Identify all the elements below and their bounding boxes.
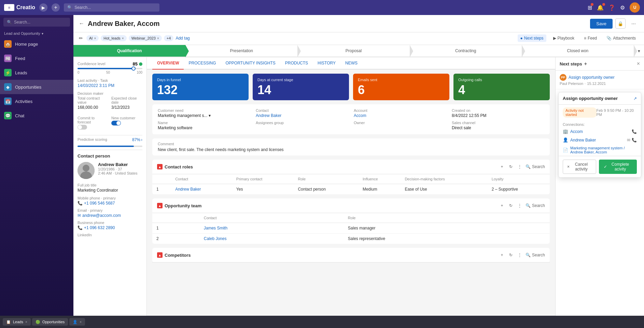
comment-text: New client, first sale. The client needs… <box>158 147 544 152</box>
search-opp-team[interactable]: 🔍 Search <box>526 203 545 208</box>
add-next-step-button[interactable]: + <box>584 61 587 66</box>
taskbar-item-opportunities[interactable]: 🟢 Opportunities <box>32 318 68 326</box>
remove-tag-hot-leads[interactable]: × <box>122 36 124 40</box>
global-search[interactable]: 🔍 Search... <box>64 3 159 12</box>
assign-popup: Assign opportunity owner ↗ Activity not … <box>558 92 641 178</box>
phone-andrew-button[interactable]: 📞 <box>632 138 637 143</box>
search-competitors[interactable]: 🔍 Search <box>526 253 545 257</box>
search-contact-roles[interactable]: 🔍 Search <box>526 164 545 169</box>
close-leads-taskbar[interactable]: × <box>25 320 27 324</box>
sidebar-item-chat[interactable]: 💬 Chat <box>0 108 73 123</box>
more-contact-roles-button[interactable]: ⋮ <box>516 163 523 170</box>
tab-products[interactable]: PRODUCTS <box>280 57 313 70</box>
more-competitors-button[interactable]: ⋮ <box>516 251 523 259</box>
complete-activity-button[interactable]: ✓ Complete acivity <box>599 160 637 174</box>
dropdown-icon: ▾ <box>209 113 211 118</box>
created-on-field: Created on 8/4/2022 12:55 PM <box>452 108 544 118</box>
close-next-steps-button[interactable]: × <box>637 61 640 67</box>
user-avatar[interactable]: U <box>630 2 640 13</box>
add-competitor-button[interactable]: + <box>498 251 506 259</box>
add-opp-team-button[interactable]: + <box>498 202 506 209</box>
contact-avatar <box>78 162 95 179</box>
business-phone[interactable]: 📞 +1 096 632 2890 <box>78 225 142 230</box>
tab-news[interactable]: NEWS <box>340 57 362 70</box>
remove-tag-ai[interactable]: × <box>94 36 96 40</box>
sidebar-item-opportunities[interactable]: ◆ Opportunities <box>0 80 73 94</box>
back-button[interactable]: ← <box>79 20 84 27</box>
tab-insights[interactable]: OPPORTUNITY INSIGHTS <box>221 57 280 70</box>
add-contact-role-button[interactable]: + <box>498 163 506 170</box>
close-user-taskbar[interactable]: × <box>80 320 82 324</box>
predictive-value[interactable]: 87% › <box>132 137 142 142</box>
attachments-button[interactable]: 📎 Attachments <box>604 34 639 42</box>
main-panels: Confidence level 85 0 50 100 Last activi… <box>73 57 644 316</box>
page-title: Andrew Baker, Accom <box>88 20 159 28</box>
refresh-competitors-button[interactable]: ↻ <box>507 251 515 259</box>
next-step-item[interactable]: PP Assign opportunity owner Paul Peterso… <box>556 71 644 89</box>
feed-icon: ≡ <box>584 36 586 41</box>
stage-presentation[interactable]: Presentation <box>185 45 297 57</box>
play-button[interactable]: ▶ <box>39 3 47 12</box>
contact-role-contact[interactable]: Andrew Baker <box>171 184 232 195</box>
team-member-1[interactable]: James Smith <box>200 223 344 234</box>
grid-icon[interactable]: ⊞ <box>588 4 592 11</box>
team-member-2[interactable]: Caleb Jones <box>200 234 344 244</box>
bell-icon[interactable]: 🔔 <box>597 4 604 11</box>
confidence-slider[interactable] <box>78 68 142 69</box>
stage-proposal[interactable]: Proposal <box>297 45 409 57</box>
owner-field: Owner <box>354 121 446 130</box>
contact-value[interactable]: Andrew Baker <box>256 113 348 118</box>
add-button[interactable]: + <box>52 3 60 12</box>
sidebar-section-label[interactable]: Lead and Opportunity ▾ <box>0 29 73 37</box>
tab-processing[interactable]: PROCESSING <box>184 57 221 70</box>
sidebar-item-activities[interactable]: 📅 Activities <box>0 94 73 108</box>
leads-icon: ⚡ <box>4 69 12 76</box>
stage-contracting[interactable]: Contracting <box>410 45 522 57</box>
more-options-button[interactable]: ⋯ <box>628 18 639 29</box>
tag-more[interactable]: +4 <box>164 35 174 41</box>
contact-roles-section: ▲ Contact roles + ↻ ⋮ 🔍 Search <box>152 160 550 194</box>
customer-need-value[interactable]: Marketing management s... ▾ <box>158 113 250 118</box>
mobile-phone[interactable]: 📞 +1 096 546 5687 <box>78 201 142 206</box>
edit-icon[interactable]: ✏ <box>79 35 83 41</box>
account-value[interactable]: Accom <box>354 113 446 118</box>
sidebar-item-leads[interactable]: ⚡ Leads <box>0 65 73 80</box>
feed-button[interactable]: ≡ Feed <box>581 34 600 42</box>
cancel-activity-button[interactable]: × Cancel activity <box>563 160 596 174</box>
email-link[interactable]: ✉ andrew@accom.com <box>78 213 142 218</box>
sidebar-item-feed[interactable]: 📰 Feed <box>0 51 73 65</box>
app-logo[interactable]: ≡ Creatio <box>4 4 35 11</box>
stage-qualification[interactable]: Qualification <box>73 45 185 57</box>
new-customer-toggle-btn[interactable] <box>111 121 121 125</box>
competitors-actions: + ↻ ⋮ <box>498 251 523 259</box>
lock-button[interactable]: 🔒 <box>615 18 626 29</box>
playbook-button[interactable]: ▶ Playbook <box>550 34 577 42</box>
commit-toggle[interactable] <box>78 125 87 130</box>
settings-icon[interactable]: ⚙ <box>620 4 625 11</box>
help-icon[interactable]: ❓ <box>608 4 615 11</box>
phone-accom-button[interactable]: 📞 <box>632 129 637 134</box>
tab-overview[interactable]: OVERVIEW <box>152 57 184 70</box>
assign-popup-footer: × Cancel activity ✓ Complete acivity <box>559 156 641 177</box>
sidebar-search[interactable]: 🔍 Search... <box>3 18 70 27</box>
taskbar-item-leads[interactable]: 📋 Leads × <box>3 318 31 326</box>
next-steps-button[interactable]: ● Next steps <box>518 34 546 42</box>
taskbar-item-user[interactable]: 👤 × <box>69 318 85 326</box>
last-activity-value[interactable]: 14/03/2022 3:11 PM <box>78 83 142 88</box>
refresh-opp-team-button[interactable]: ↻ <box>507 202 515 209</box>
more-opp-team-button[interactable]: ⋮ <box>516 202 523 209</box>
user-name: Paul Peterson <box>560 81 583 86</box>
email-andrew-button[interactable]: ✉ <box>627 138 630 143</box>
open-external-button[interactable]: ↗ <box>633 96 637 101</box>
assignees-field: Assignees group <box>256 121 348 130</box>
refresh-contact-roles-button[interactable]: ↻ <box>507 163 515 170</box>
remove-tag-webinar[interactable]: × <box>157 36 159 40</box>
sidebar: 🔍 Search... Lead and Opportunity ▾ 🏠 Hom… <box>0 15 73 316</box>
add-tag-button[interactable]: Add tag <box>176 36 190 41</box>
save-button[interactable]: Save <box>590 19 613 29</box>
record-header: ← Andrew Baker, Accom Save 🔒 ⋯ <box>73 15 644 32</box>
tab-history[interactable]: HISTORY <box>313 57 340 70</box>
name-field: Name Marketing software <box>158 121 250 130</box>
stage-closed-won[interactable]: Closed won <box>522 45 634 57</box>
sidebar-item-homepage[interactable]: 🏠 Home page <box>0 37 73 51</box>
